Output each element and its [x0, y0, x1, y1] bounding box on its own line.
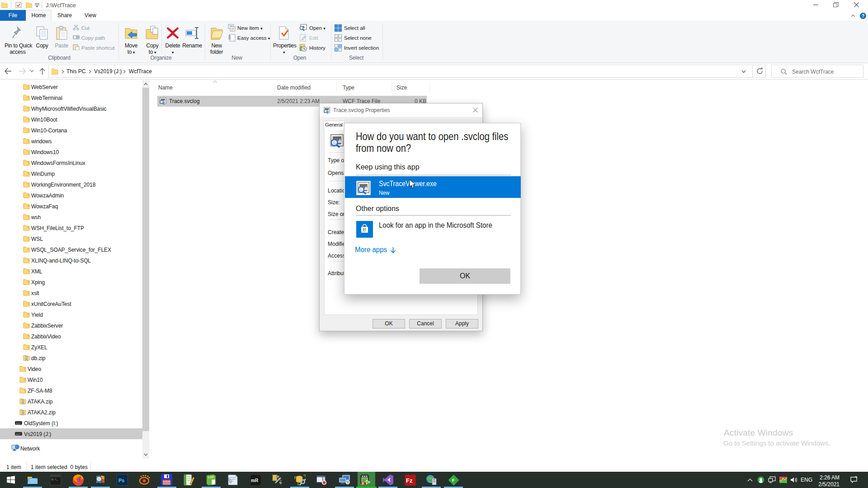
svg-text:C:\_: C:\_ — [52, 478, 58, 481]
svg-text:LITE: LITE — [208, 476, 214, 479]
svg-text:Ps: Ps — [118, 478, 124, 483]
svg-text:mR: mR — [251, 478, 259, 483]
svg-text:3: 3 — [362, 482, 364, 485]
svg-text:?: ? — [862, 14, 864, 19]
svg-text:Fz: Fz — [406, 477, 413, 484]
svg-text:F: F — [452, 478, 455, 483]
